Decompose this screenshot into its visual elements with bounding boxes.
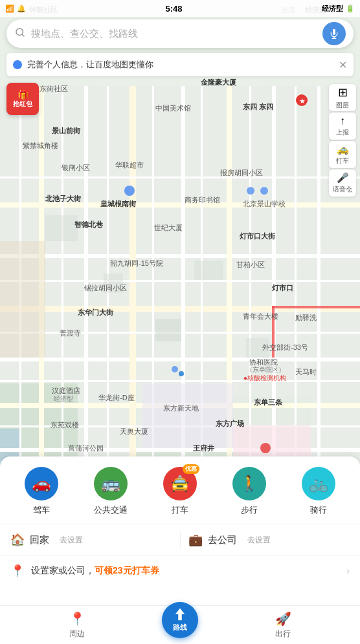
svg-point-54 [172, 366, 178, 372]
promo-arrow-icon: › [346, 565, 350, 577]
drive-icon: 🚗 [25, 467, 58, 500]
svg-rect-23 [0, 380, 360, 382]
promo-text: 设置家或公司，可领23元打车券 [31, 565, 346, 577]
home-icon: 🏠 [10, 533, 25, 547]
promo-highlight-text: 可领23元打车券 [95, 565, 159, 575]
transport-bus[interactable]: 🚌 公共交通 [94, 467, 128, 516]
svg-point-48 [260, 187, 268, 195]
nearby-label: 周边 [69, 628, 85, 639]
svg-rect-21 [0, 280, 360, 282]
bus-label: 公共交通 [94, 504, 128, 516]
route-button[interactable]: 路线 [162, 602, 198, 638]
svg-rect-38 [45, 215, 78, 241]
transport-modes: 🚗 驾车 🚌 公共交通 🚖 优惠 打车 🚶 步行 🚲 骑行 [0, 456, 360, 524]
taxi-mode-icon: 🚖 优惠 [163, 467, 197, 500]
svg-point-47 [247, 187, 254, 195]
quick-destinations: 🏠 回家 去设置 💼 去公司 去设置 [0, 524, 360, 556]
taxi-label: 打车 [336, 156, 349, 166]
svg-point-46 [124, 186, 135, 196]
location-pin-icon: 📍 [10, 564, 25, 578]
status-bar: 📶 🔔 5:48 经济型 🔋 [0, 0, 360, 17]
bottom-panel: 🚗 驾车 🚌 公共交通 🚖 优惠 打车 🚶 步行 🚲 骑行 🏠 回家 去设置 [0, 456, 360, 605]
walk-icon: 🚶 [232, 467, 266, 500]
svg-rect-45 [0, 241, 45, 358]
search-input[interactable]: 搜地点、查公交、找路线 [31, 28, 322, 40]
search-bar[interactable]: 搜地点、查公交、找路线 [6, 19, 354, 48]
status-right-info: 经济型 🔋 [322, 4, 355, 14]
taxi-mode-label: 打车 [172, 504, 188, 516]
svg-rect-41 [194, 261, 223, 280]
voice-search-button[interactable] [322, 22, 346, 45]
status-time: 5:48 [165, 4, 182, 14]
red-packet-icon: 🎁 [17, 89, 28, 100]
svg-rect-34 [272, 306, 360, 308]
svg-rect-37 [142, 383, 233, 448]
promo-banner[interactable]: 📍 设置家或公司，可领23元打车券 › [0, 556, 360, 586]
econtype-label: 经济型 [322, 4, 343, 14]
layer-button[interactable]: ⊞ 图层 [329, 84, 356, 111]
notification-close-button[interactable]: ✕ [339, 59, 347, 71]
nav-route-center[interactable]: 路线 [154, 607, 206, 643]
svg-rect-35 [272, 306, 275, 358]
svg-rect-20 [0, 177, 360, 178]
notif-dot-icon [13, 60, 22, 69]
transport-drive[interactable]: 🚗 驾车 [25, 467, 58, 516]
trip-label: 出行 [275, 628, 291, 639]
drive-label: 驾车 [33, 504, 50, 516]
walk-label: 步行 [241, 504, 258, 516]
layer-label: 图层 [336, 101, 349, 110]
taxi-badge: 优惠 [183, 464, 199, 474]
report-label: 上报 [336, 128, 349, 137]
nav-nearby[interactable]: 📍 周边 [0, 606, 154, 645]
voice-label: 语音仓 [333, 185, 352, 194]
transport-taxi[interactable]: 🚖 优惠 打车 [163, 467, 197, 516]
notification-text: 完善个人信息，让百度地图更懂你 [27, 59, 339, 70]
transport-walk[interactable]: 🚶 步行 [232, 467, 266, 516]
report-button[interactable]: ↑ 上报 [329, 113, 356, 140]
work-action[interactable]: 去设置 [247, 535, 271, 546]
signal-icon: 📶 [5, 5, 14, 13]
nearby-icon: 📍 [69, 611, 85, 627]
svg-rect-5 [0, 202, 360, 208]
bottom-nav: 📍 周边 路线 🚀 出行 [0, 605, 360, 644]
battery-icon: 🔋 [346, 5, 355, 13]
report-icon: ↑ [340, 115, 345, 127]
trip-icon: 🚀 [275, 611, 291, 627]
nav-trip[interactable]: 🚀 出行 [206, 606, 360, 645]
notification-banner[interactable]: 完善个人信息，让百度地图更懂你 ✕ [6, 53, 354, 76]
taxi-button[interactable]: 🚕 打车 [329, 141, 356, 168]
voice-button[interactable]: 🎤 语音仓 [329, 169, 356, 197]
bus-icon: 🚌 [94, 467, 128, 500]
svg-rect-8 [0, 358, 360, 361]
status-left-icons: 📶 🔔 [5, 5, 26, 13]
dest-divider [180, 532, 181, 548]
promo-base-text: 设置家或公司， [31, 565, 95, 575]
svg-text:★: ★ [299, 97, 306, 105]
home-destination[interactable]: 🏠 回家 去设置 [10, 533, 172, 547]
svg-point-55 [179, 371, 184, 376]
svg-rect-39 [104, 274, 123, 293]
voice-icon: 🎤 [337, 172, 349, 184]
route-label: 路线 [173, 623, 187, 632]
svg-rect-40 [155, 319, 181, 341]
bike-label: 骑行 [310, 504, 327, 516]
notification-icon: 🔔 [17, 5, 26, 13]
work-destination[interactable]: 💼 去公司 去设置 [188, 533, 350, 547]
layer-icon: ⊞ [338, 85, 348, 100]
svg-rect-42 [246, 338, 269, 358]
home-action[interactable]: 去设置 [60, 535, 83, 546]
work-icon: 💼 [188, 533, 203, 547]
svg-point-49 [260, 443, 271, 453]
red-packet-button[interactable]: 🎁 抢红包 [6, 83, 39, 115]
taxi-icon: 🚕 [337, 144, 349, 155]
work-name: 去公司 [208, 534, 237, 546]
transport-bike[interactable]: 🚲 骑行 [302, 467, 335, 516]
svg-rect-6 [0, 254, 360, 258]
home-name: 回家 [30, 534, 49, 546]
bike-icon: 🚲 [302, 467, 335, 500]
search-icon [14, 27, 26, 41]
red-packet-label: 抢红包 [13, 100, 32, 109]
right-toolbar: ⊞ 图层 ↑ 上报 🚕 打车 🎤 语音仓 [329, 84, 356, 197]
